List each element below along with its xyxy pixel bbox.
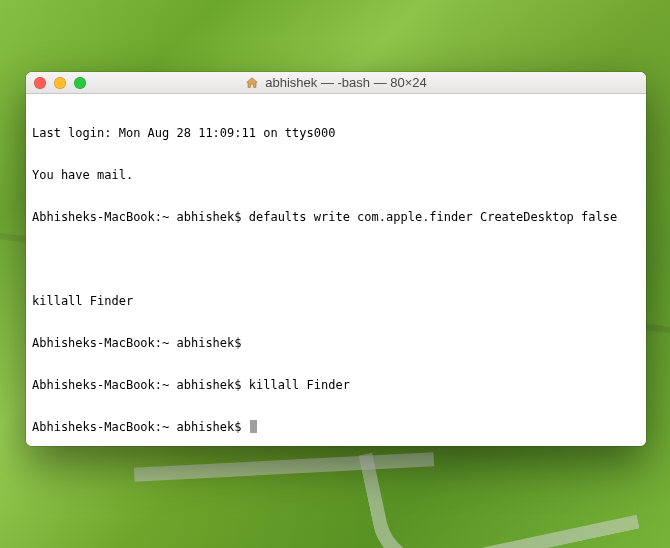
cursor-icon bbox=[250, 420, 257, 433]
terminal-window: abhishek — -bash — 80×24 Last login: Mon… bbox=[26, 72, 646, 446]
terminal-line bbox=[32, 252, 640, 266]
terminal-line: You have mail. bbox=[32, 168, 640, 182]
close-icon[interactable] bbox=[34, 77, 46, 89]
terminal-line: Abhisheks-MacBook:~ abhishek$ killall Fi… bbox=[32, 378, 640, 392]
terminal-line: Abhisheks-MacBook:~ abhishek$ bbox=[32, 336, 640, 350]
maximize-icon[interactable] bbox=[74, 77, 86, 89]
terminal-prompt: Abhisheks-MacBook:~ abhishek$ bbox=[32, 420, 249, 434]
window-title: abhishek — -bash — 80×24 bbox=[26, 75, 646, 90]
terminal-prompt-line: Abhisheks-MacBook:~ abhishek$ bbox=[32, 420, 640, 434]
window-controls bbox=[26, 77, 86, 89]
terminal-line: Abhisheks-MacBook:~ abhishek$ defaults w… bbox=[32, 210, 640, 224]
terminal-line: Last login: Mon Aug 28 11:09:11 on ttys0… bbox=[32, 126, 640, 140]
terminal-line: killall Finder bbox=[32, 294, 640, 308]
terminal-body[interactable]: Last login: Mon Aug 28 11:09:11 on ttys0… bbox=[26, 94, 646, 446]
home-icon bbox=[245, 76, 259, 90]
minimize-icon[interactable] bbox=[54, 77, 66, 89]
window-title-text: abhishek — -bash — 80×24 bbox=[265, 75, 427, 90]
titlebar[interactable]: abhishek — -bash — 80×24 bbox=[26, 72, 646, 94]
